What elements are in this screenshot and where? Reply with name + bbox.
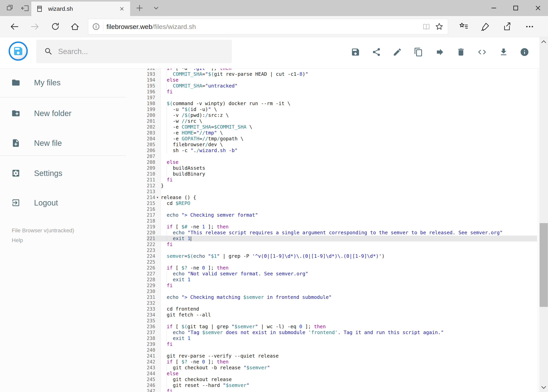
fold-marker-icon[interactable]: ▼	[156, 195, 160, 200]
page-scrollbar[interactable]	[539, 37, 548, 392]
code-line-text[interactable]: filebrowser/dev \	[160, 142, 223, 147]
code-line-text[interactable]: if [ -d ".git" ]; then	[160, 69, 231, 71]
scroll-down-icon[interactable]	[539, 383, 548, 392]
code-line-text[interactable]: fi	[160, 242, 173, 247]
browser-tab[interactable]: wizard.sh	[31, 1, 130, 16]
code-editor[interactable]: 192 if [ -d ".git" ]; then193 COMMIT_SHA…	[147, 69, 537, 392]
code-line-text[interactable]: }	[160, 183, 164, 189]
code-line-text[interactable]: -u "$(id -u)" \	[160, 106, 217, 112]
code-line-text[interactable]	[160, 347, 161, 353]
code-line-text[interactable]	[160, 189, 161, 195]
code-line-text[interactable]: if [ $? -ne 0 ]; then	[160, 265, 229, 271]
toolbar-share-button[interactable]	[372, 47, 381, 57]
code-line-text[interactable]: exit 1	[160, 236, 191, 242]
sidebar-item-new-folder[interactable]: New folder	[11, 108, 71, 119]
code-line-text[interactable]	[160, 300, 161, 306]
scroll-up-icon[interactable]	[539, 37, 548, 46]
tab-list-chevron-icon[interactable]	[152, 4, 161, 13]
code-line-text[interactable]	[160, 288, 161, 294]
code-line-text[interactable]: -v /$(pwd):/src:z \	[160, 112, 229, 118]
search-input[interactable]	[58, 47, 219, 56]
scrollbar-thumb[interactable]	[540, 223, 548, 307]
code-line-text[interactable]: git fetch --all	[160, 312, 211, 318]
set-tabs-aside-icon[interactable]	[21, 4, 30, 13]
refresh-button[interactable]	[50, 22, 60, 32]
code-line-text[interactable]: else	[160, 77, 178, 83]
code-line-text[interactable]: git reset --hard "$semver"	[160, 382, 250, 388]
toolbar-edit-button[interactable]	[393, 47, 402, 57]
code-line-text[interactable]: cd frontend	[160, 306, 199, 312]
code-line-text[interactable]: fi	[160, 388, 173, 392]
search-bar[interactable]	[36, 40, 232, 63]
favorite-star-icon[interactable]	[435, 22, 444, 31]
code-line-text[interactable]: echo "Not valid semver format. See semve…	[160, 271, 308, 277]
url-text[interactable]: filebrowser.web/files/wizard.sh	[106, 23, 422, 30]
code-line-text[interactable]: cd $REPO	[160, 200, 190, 206]
forward-button[interactable]	[30, 22, 40, 32]
back-button[interactable]	[10, 22, 20, 32]
code-line-text[interactable]: if [ $? -ne 0 ]; then	[160, 359, 229, 365]
code-line-text[interactable]: COMMIT_SHA="untracked"	[160, 83, 237, 89]
code-line-text[interactable]: echo "> Checking matching $semver in fro…	[160, 294, 332, 300]
sidebar-item-my-files[interactable]: My files	[11, 77, 61, 88]
code-line-text[interactable]: echo "Tag $semver does not exist in subm…	[160, 329, 444, 336]
web-note-pen-icon[interactable]	[480, 22, 490, 32]
code-line-text[interactable]	[160, 206, 161, 212]
share-page-icon[interactable]	[502, 22, 512, 32]
code-line-text[interactable]: fi	[160, 341, 173, 347]
tab-close-icon[interactable]	[118, 5, 126, 13]
sidebar-item-logout[interactable]: Logout	[11, 198, 58, 208]
window-maximize-button[interactable]	[510, 3, 521, 13]
code-line-text[interactable]: else	[160, 371, 178, 377]
browser-menu-ellipsis-icon[interactable]	[525, 22, 534, 32]
code-line-text[interactable]	[160, 247, 161, 253]
toolbar-copy-button[interactable]	[414, 47, 423, 57]
new-tab-button[interactable]	[135, 4, 144, 13]
code-line-text[interactable]	[160, 259, 161, 265]
code-line-text[interactable]: $(command -v winpty) docker run --rm -it…	[160, 101, 290, 106]
code-line-text[interactable]: echo "This release script requires a sin…	[160, 230, 503, 236]
code-line-text[interactable]	[160, 218, 161, 224]
code-line-text[interactable]: echo "> Checking semver format"	[160, 212, 258, 218]
hub-favorites-icon[interactable]	[459, 22, 469, 32]
toolbar-info-button[interactable]	[520, 47, 529, 57]
code-line-text[interactable]: semver=$(echo "$1" | grep -P '^v(0|[1-9]…	[160, 253, 385, 259]
toolbar-save-button[interactable]	[351, 47, 360, 57]
code-line-text[interactable]: if [ $# -ne 1 ]; then	[160, 224, 229, 230]
code-line-text[interactable]	[160, 318, 161, 324]
help-link[interactable]: Help	[12, 237, 23, 244]
code-line-text[interactable]: sh -c "./wizard.sh -b"	[160, 147, 237, 154]
sidebar-item-settings[interactable]: Settings	[11, 168, 62, 178]
toolbar-code-button[interactable]	[477, 47, 487, 57]
code-line-text[interactable]: -w //src \	[160, 118, 202, 124]
tab-preview-icon[interactable]	[6, 4, 14, 13]
code-line-text[interactable]: fi	[160, 89, 173, 95]
toolbar-delete-button[interactable]	[456, 47, 466, 57]
code-line-text[interactable]	[160, 154, 161, 159]
code-line-text[interactable]: git checkout -b release "$semver"	[160, 365, 270, 371]
toolbar-move-button[interactable]	[435, 47, 445, 57]
code-line-text[interactable]: exit 1	[160, 277, 191, 283]
code-line-text[interactable]	[160, 95, 161, 101]
sidebar-item-new-file[interactable]: New file	[11, 138, 62, 148]
code-line-text[interactable]: fi	[160, 283, 173, 288]
code-line-text[interactable]: buildBinary	[160, 171, 205, 177]
code-line-text[interactable]: -e HOME="//tmp" \	[160, 130, 223, 136]
code-line-text[interactable]: COMMIT_SHA="$(git rev-parse HEAD | cut -…	[160, 71, 308, 77]
code-line-text[interactable]: if [ $(git tag | grep "$semver" | wc -l)…	[160, 324, 326, 329]
filebrowser-logo[interactable]	[9, 42, 28, 61]
code-line-text[interactable]: git checkout release	[160, 377, 232, 382]
code-line-text[interactable]: exit 1	[160, 336, 191, 341]
code-line-text[interactable]: git rev-parse --verify --quiet release	[160, 353, 279, 359]
code-line-text[interactable]: -e COMMIT_SHA=$COMMIT_SHA \	[160, 124, 252, 130]
code-line-text[interactable]: -e GOPATH=//tmp/gopath \	[160, 136, 243, 142]
toolbar-download-button[interactable]	[499, 47, 508, 57]
code-line-text[interactable]: else	[160, 159, 178, 165]
site-info-icon[interactable]	[92, 22, 100, 31]
window-minimize-button[interactable]	[488, 3, 499, 13]
url-bar[interactable]: filebrowser.web/files/wizard.sh	[88, 19, 448, 35]
window-close-button[interactable]	[533, 3, 543, 13]
home-button[interactable]	[70, 22, 80, 32]
code-line-text[interactable]: buildAssets	[160, 165, 205, 171]
code-line-text[interactable]: release () {	[160, 195, 196, 200]
